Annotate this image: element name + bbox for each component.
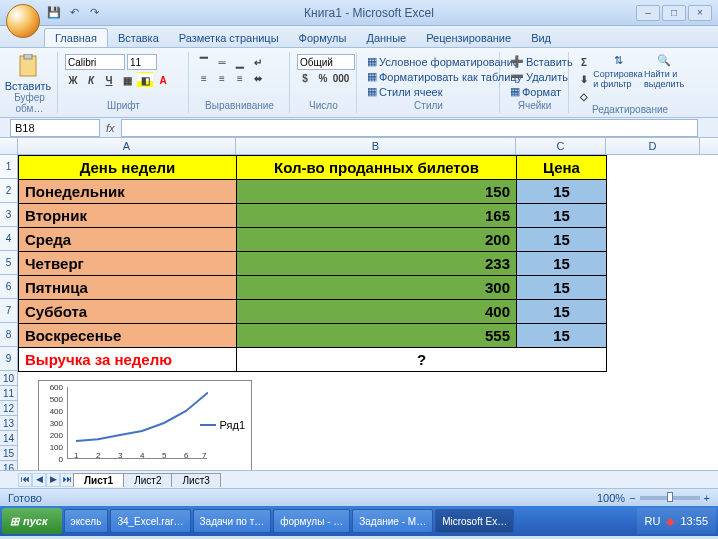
insert-cells-button[interactable]: ➕Вставить [507, 54, 562, 69]
tray-clock[interactable]: 13:55 [680, 515, 708, 527]
tab-insert[interactable]: Вставка [108, 29, 169, 47]
revenue-value[interactable]: ? [237, 348, 607, 372]
sheet-nav-last[interactable]: ⏭ [60, 473, 74, 487]
taskbar-item[interactable]: Задачи по т… [193, 509, 272, 533]
row-header[interactable]: 15 [0, 446, 17, 461]
cell-price[interactable]: 15 [517, 252, 607, 276]
cell-qty[interactable]: 165 [237, 204, 517, 228]
tab-formulas[interactable]: Формулы [289, 29, 357, 47]
percent-icon[interactable]: % [315, 70, 331, 86]
underline-button[interactable]: Ч [101, 72, 117, 88]
cell-day[interactable]: Суббота [19, 300, 237, 324]
align-middle-icon[interactable]: ═ [214, 54, 230, 70]
paste-button[interactable]: Вставить [8, 54, 48, 92]
revenue-label[interactable]: Выручка за неделю [19, 348, 237, 372]
header-price[interactable]: Цена [517, 156, 607, 180]
zoom-in-icon[interactable]: + [704, 492, 710, 504]
conditional-format-button[interactable]: ▦Условное форматирование [364, 54, 493, 69]
zoom-control[interactable]: 100% − + [597, 492, 710, 504]
cell-day[interactable]: Вторник [19, 204, 237, 228]
sheet-nav-first[interactable]: ⏮ [18, 473, 32, 487]
tab-review[interactable]: Рецензирование [416, 29, 521, 47]
sheet-tab-1[interactable]: Лист1 [73, 473, 124, 487]
cell-qty[interactable]: 150 [237, 180, 517, 204]
undo-icon[interactable]: ↶ [66, 5, 82, 21]
cell-qty[interactable]: 200 [237, 228, 517, 252]
header-day[interactable]: День недели [19, 156, 237, 180]
zoom-out-icon[interactable]: − [629, 492, 635, 504]
merge-icon[interactable]: ⬌ [250, 70, 266, 86]
align-center-icon[interactable]: ≡ [214, 70, 230, 86]
italic-button[interactable]: К [83, 72, 99, 88]
row-header[interactable]: 14 [0, 431, 17, 446]
tray-shield-icon[interactable]: ◆ [666, 515, 674, 528]
row-header[interactable]: 10 [0, 371, 17, 386]
cell-price[interactable]: 15 [517, 204, 607, 228]
cell-qty[interactable]: 400 [237, 300, 517, 324]
redo-icon[interactable]: ↷ [86, 5, 102, 21]
taskbar-item[interactable]: формулы - … [273, 509, 350, 533]
tab-data[interactable]: Данные [356, 29, 416, 47]
fill-color-button[interactable]: ◧ [137, 72, 153, 88]
row-header[interactable]: 3 [0, 203, 17, 227]
cell-price[interactable]: 15 [517, 276, 607, 300]
cell-price[interactable]: 15 [517, 300, 607, 324]
fill-icon[interactable]: ⬇ [576, 71, 592, 87]
col-header-b[interactable]: B [236, 138, 516, 154]
sheet-nav-next[interactable]: ▶ [46, 473, 60, 487]
row-header[interactable]: 4 [0, 227, 17, 251]
row-header[interactable]: 5 [0, 251, 17, 275]
formula-bar[interactable] [121, 119, 698, 137]
delete-cells-button[interactable]: ➖Удалить [507, 69, 562, 84]
row-header[interactable]: 2 [0, 179, 17, 203]
sheet-tab-2[interactable]: Лист2 [123, 473, 172, 487]
find-select-button[interactable]: 🔍Найти и выделить [644, 54, 684, 104]
col-header-d[interactable]: D [606, 138, 700, 154]
office-button[interactable] [6, 4, 40, 38]
align-bottom-icon[interactable]: ▁ [232, 54, 248, 70]
maximize-button[interactable]: □ [662, 5, 686, 21]
zoom-slider[interactable] [640, 496, 700, 500]
cell-styles-button[interactable]: ▦Стили ячеек [364, 84, 493, 99]
cell-qty[interactable]: 555 [237, 324, 517, 348]
row-header[interactable]: 9 [0, 347, 17, 371]
close-button[interactable]: × [688, 5, 712, 21]
worksheet-grid[interactable]: A B C D 1 2 3 4 5 6 7 8 9 10 11 12 13 14… [0, 138, 718, 488]
currency-icon[interactable]: $ [297, 70, 313, 86]
minimize-button[interactable]: – [636, 5, 660, 21]
format-cells-button[interactable]: ▦Формат [507, 84, 562, 99]
cell-price[interactable]: 15 [517, 324, 607, 348]
clear-icon[interactable]: ◇ [576, 88, 592, 104]
data-table[interactable]: День недели Кол-во проданных билетов Цен… [18, 155, 607, 372]
align-top-icon[interactable]: ▔ [196, 54, 212, 70]
bold-button[interactable]: Ж [65, 72, 81, 88]
tab-home[interactable]: Главная [44, 28, 108, 47]
header-qty[interactable]: Кол-во проданных билетов [237, 156, 517, 180]
tab-layout[interactable]: Разметка страницы [169, 29, 289, 47]
cell-qty[interactable]: 233 [237, 252, 517, 276]
cell-day[interactable]: Пятница [19, 276, 237, 300]
row-header[interactable]: 1 [0, 155, 17, 179]
number-format-select[interactable] [297, 54, 355, 70]
font-color-button[interactable]: A [155, 72, 171, 88]
name-box[interactable] [10, 119, 100, 137]
col-header-a[interactable]: A [18, 138, 236, 154]
row-header[interactable]: 6 [0, 275, 17, 299]
select-all-corner[interactable] [0, 138, 18, 154]
align-left-icon[interactable]: ≡ [196, 70, 212, 86]
border-button[interactable]: ▦ [119, 72, 135, 88]
sheet-tab-3[interactable]: Лист3 [171, 473, 220, 487]
cell-day[interactable]: Воскресенье [19, 324, 237, 348]
tab-view[interactable]: Вид [521, 29, 561, 47]
cell-price[interactable]: 15 [517, 180, 607, 204]
embedded-chart[interactable]: 600 500 400 300 200 100 0 1 2 3 4 5 6 7 … [38, 380, 252, 476]
row-header[interactable]: 8 [0, 323, 17, 347]
font-name-select[interactable] [65, 54, 125, 70]
row-header[interactable]: 12 [0, 401, 17, 416]
autosum-icon[interactable]: Σ [576, 54, 592, 70]
start-button[interactable]: ⊞пуск [2, 508, 62, 534]
cell-day[interactable]: Среда [19, 228, 237, 252]
fx-icon[interactable]: fx [106, 122, 115, 134]
tray-lang[interactable]: RU [645, 515, 661, 527]
system-tray[interactable]: RU ◆ 13:55 [637, 508, 716, 534]
